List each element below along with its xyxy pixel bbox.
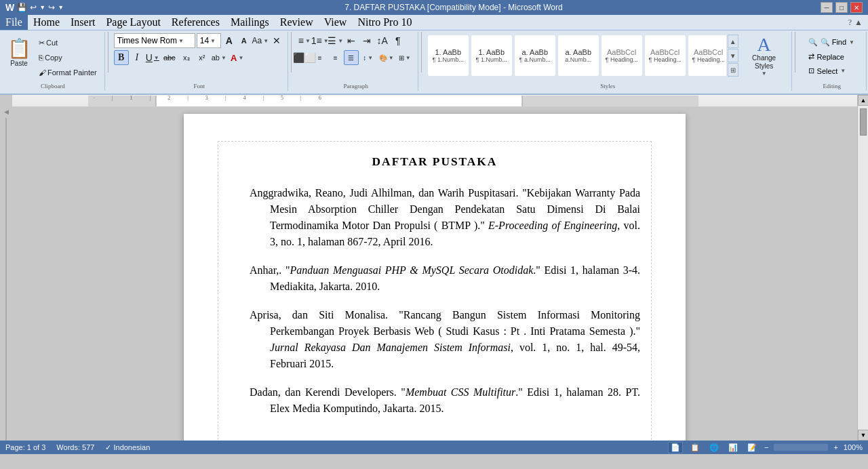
minimize-button[interactable]: ─ xyxy=(821,2,833,13)
align-center-button[interactable]: ≡ xyxy=(313,50,328,65)
help-icon[interactable]: ? xyxy=(848,18,852,28)
bib-entry-3: Dadan, dan Kerendi Developers. "Membuat … xyxy=(229,384,640,417)
change-styles-button[interactable]: A Change Styles ▼ xyxy=(741,32,787,80)
editing-label: Editing xyxy=(798,83,866,89)
find-button[interactable]: 🔍 🔍 Find ▼ xyxy=(804,36,859,49)
zoom-in-button[interactable]: + xyxy=(833,443,837,451)
font-color-arrow: ▼ xyxy=(238,55,243,61)
view-print-button[interactable]: 📄 xyxy=(668,442,683,453)
style-item-0[interactable]: 1. AaBb ¶ 1.Numb... xyxy=(428,35,469,76)
shrink-font-button[interactable]: A xyxy=(237,34,251,47)
view-web-button[interactable]: 🌐 xyxy=(707,443,721,453)
view-outline-button[interactable]: 📊 xyxy=(726,443,740,453)
change-case-arrow: ▼ xyxy=(263,38,269,44)
qat-more[interactable]: ▼ xyxy=(58,4,64,11)
underline-button[interactable]: U ▼ xyxy=(145,50,160,65)
paragraph-label: Paragraph xyxy=(294,83,418,89)
styles-scroll-up[interactable]: ▲ xyxy=(728,35,738,48)
highlight-button[interactable]: ab ▼ xyxy=(210,50,228,65)
menu-view[interactable]: View xyxy=(319,15,353,30)
clear-icon: ✕ xyxy=(273,35,281,46)
menu-home[interactable]: Home xyxy=(28,15,65,30)
scroll-track[interactable] xyxy=(858,106,868,430)
style-item-4[interactable]: AaBbCcI ¶ Heading... xyxy=(601,35,642,76)
copy-button[interactable]: ⎘ Copy xyxy=(35,51,100,64)
grow-font-button[interactable]: A xyxy=(222,34,236,47)
copy-icon: ⎘ xyxy=(39,54,43,62)
sort-button[interactable]: ↕A xyxy=(375,33,390,48)
zoom-level[interactable]: 100% xyxy=(844,443,863,451)
menu-references[interactable]: References xyxy=(166,15,225,30)
restore-button[interactable]: □ xyxy=(835,2,848,13)
style-preview-3: a. AaBb xyxy=(565,48,591,56)
strikethrough-button[interactable]: abc xyxy=(161,50,178,65)
vertical-scrollbar[interactable]: ▲ ▼ xyxy=(857,95,868,441)
menu-mailings[interactable]: Mailings xyxy=(225,15,275,30)
spell-check-icon: ✓ xyxy=(105,443,111,451)
styles-scroll-expand[interactable]: ⊞ xyxy=(728,63,738,77)
menu-insert[interactable]: Insert xyxy=(65,15,100,30)
style-item-6[interactable]: AaBbCcI ¶ Heading... xyxy=(688,35,726,76)
zoom-out-button[interactable]: − xyxy=(764,443,768,451)
qat-undo-arrow[interactable]: ▼ xyxy=(39,4,45,11)
underline-arrow: ▼ xyxy=(154,55,159,61)
multilevel-button[interactable]: ☰ ▼ xyxy=(328,33,343,48)
select-icon: ⊡ xyxy=(808,66,814,75)
borders-button[interactable]: ⊞ ▼ xyxy=(396,50,414,65)
numbering-button[interactable]: 1≡ ▼ xyxy=(313,33,328,48)
replace-button[interactable]: ⇄ Replace xyxy=(804,50,859,63)
font-color-button[interactable]: A ▼ xyxy=(229,50,246,65)
clear-formatting-button[interactable]: ✕ xyxy=(270,34,283,47)
view-draft-button[interactable]: 📝 xyxy=(745,443,759,453)
close-button[interactable]: ✕ xyxy=(850,2,863,13)
increase-indent-button[interactable]: ⇥ xyxy=(359,33,374,48)
justify-button[interactable]: ☰ xyxy=(344,50,359,65)
zoom-slider[interactable] xyxy=(774,444,828,451)
line-spacing-button[interactable]: ↕ ▼ xyxy=(359,50,377,65)
style-item-1[interactable]: 1. AaBb ¶ 1.Numb... xyxy=(471,35,512,76)
show-marks-button[interactable]: ¶ xyxy=(391,33,406,48)
replace-icon: ⇄ xyxy=(808,52,814,61)
shading-button[interactable]: 🎨 ▼ xyxy=(378,50,395,65)
qat-save[interactable]: 💾 xyxy=(17,3,27,12)
highlight-arrow: ▼ xyxy=(221,55,226,61)
scroll-thumb[interactable] xyxy=(860,108,867,136)
qat-undo[interactable]: ↩ xyxy=(30,3,37,12)
view-full-reading-button[interactable]: 📋 xyxy=(688,443,702,453)
style-label-3: a.Numb... xyxy=(565,56,591,63)
minimize-ribbon-icon[interactable]: ▲ xyxy=(854,18,863,28)
font-name-dropdown[interactable]: Times New Rom ▼ xyxy=(114,33,195,48)
format-painter-button[interactable]: 🖌 Format Painter xyxy=(35,66,100,79)
word-count: Words: 577 xyxy=(56,443,94,451)
scroll-up-button[interactable]: ▲ xyxy=(858,95,868,106)
menu-page-layout[interactable]: Page Layout xyxy=(100,15,165,30)
bold-button[interactable]: B xyxy=(114,50,129,65)
style-item-5[interactable]: AaBbCcI ¶ Heading... xyxy=(645,35,686,76)
document-scroll-area[interactable]: DAFTAR PUSTAKA Anggradwika, Reano, Judi … xyxy=(12,107,857,441)
status-bar: Page: 1 of 3 Words: 577 ✓ Indonesian 📄 📋… xyxy=(0,441,868,454)
change-case-button[interactable]: Aa ▼ xyxy=(252,34,269,47)
menu-nitro[interactable]: Nitro Pro 10 xyxy=(352,15,417,30)
style-item-2[interactable]: a. AaBb ¶ a.Numb... xyxy=(515,35,555,76)
cut-button[interactable]: ✂ Cut xyxy=(35,36,100,49)
ruler: · | 1 | 2 | 3 | 4 | 5 | 6 xyxy=(12,95,857,107)
styles-scroll-down[interactable]: ▼ xyxy=(728,49,738,62)
qat-redo[interactable]: ↪ xyxy=(48,3,55,12)
italic-button[interactable]: I xyxy=(130,50,144,65)
font-label: Font xyxy=(111,83,288,89)
font-size-dropdown[interactable]: 14 ▼ xyxy=(197,33,221,48)
select-button[interactable]: ⊡ Select ▼ xyxy=(804,64,859,77)
style-item-3[interactable]: a. AaBb a.Numb... xyxy=(558,35,599,76)
menu-file[interactable]: File xyxy=(0,15,28,30)
subscript-button[interactable]: x₂ xyxy=(179,50,194,65)
decrease-indent-button[interactable]: ⇤ xyxy=(344,33,359,48)
svg-rect-2 xyxy=(88,96,156,106)
scroll-down-button[interactable]: ▼ xyxy=(858,430,868,441)
align-right-button[interactable]: ≡ xyxy=(328,50,343,65)
style-preview-0: 1. AaBb xyxy=(435,48,461,56)
superscript-button[interactable]: x² xyxy=(195,50,210,65)
bullets-button[interactable]: ≡ ▼ xyxy=(297,33,312,48)
paste-button[interactable]: 📋 Paste xyxy=(4,33,34,71)
align-left-button[interactable]: ⬛⬜ xyxy=(297,50,312,65)
menu-review[interactable]: Review xyxy=(275,15,319,30)
